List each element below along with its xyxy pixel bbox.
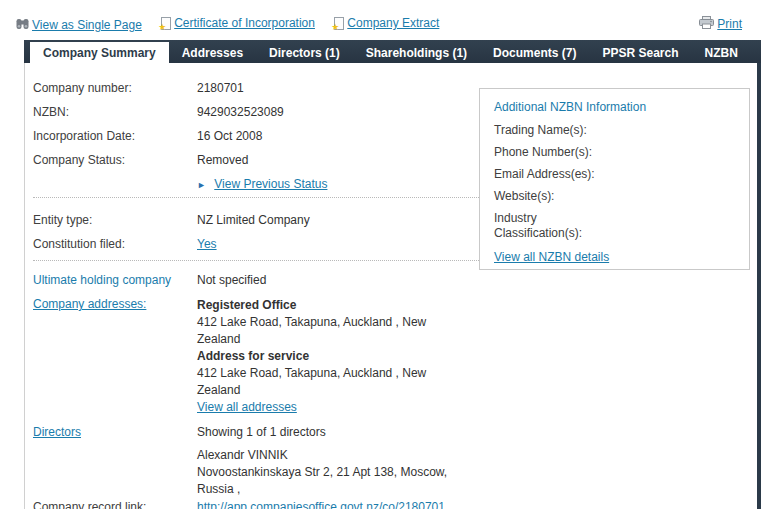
tab-bar: Company Summary Addresses Directors (1) … [24, 40, 761, 63]
company-record-link-row: Company record link: http://app.companie… [33, 500, 757, 509]
nzbn-panel: Additional NZBN Information Trading Name… [479, 88, 750, 270]
nzbn-label: NZBN: [33, 105, 197, 120]
expand-arrow-icon: ► [197, 180, 206, 190]
tab-nzbn[interactable]: NZBN [692, 42, 751, 63]
print-label: Print [717, 17, 742, 31]
ultimate-holding-company-row: Ultimate holding company Not specified [33, 273, 757, 288]
trading-names-label: Trading Name(s): [494, 123, 735, 138]
certificate-of-incorporation-label: Certificate of Incorporation [174, 16, 315, 30]
view-previous-status-link[interactable]: View Previous Status [214, 177, 327, 191]
email-addresses-label: Email Address(es): [494, 167, 735, 182]
company-summary-panel: Company number: 2180701 NZBN: 9429032523… [24, 63, 757, 509]
entity-type-label: Entity type: [33, 213, 197, 228]
directors-showing-text: Showing 1 of 1 directors [197, 425, 465, 440]
company-status-value: Removed [197, 153, 248, 168]
certificate-of-incorporation-link[interactable]: ★ Certificate of Incorporation [161, 16, 315, 30]
incorporation-date-label: Incorporation Date: [33, 129, 197, 144]
tab-documents[interactable]: Documents (7) [480, 42, 589, 63]
company-extract-label: Company Extract [347, 16, 439, 30]
tab-addresses[interactable]: Addresses [169, 42, 256, 63]
view-all-nzbn-details-link[interactable]: View all NZBN details [494, 250, 609, 264]
incorporation-date-value: 16 Oct 2008 [197, 129, 262, 144]
company-status-label: Company Status: [33, 153, 197, 168]
view-as-single-page-link[interactable]: View as Single Page [16, 18, 142, 33]
page-star-icon: ★ [161, 17, 171, 30]
registered-office-heading: Registered Office [197, 297, 465, 314]
nzbn-value: 9429032523089 [197, 105, 284, 120]
view-as-single-page-label: View as Single Page [32, 18, 142, 32]
page-edge-strip [757, 63, 761, 509]
address-for-service-address: 412 Lake Road, Takapuna, Auckland , New … [197, 365, 465, 399]
address-for-service-heading: Address for service [197, 348, 465, 365]
toolbar: View as Single Page ★ Certificate of Inc… [16, 16, 761, 34]
ultimate-holding-company-label[interactable]: Ultimate holding company [33, 273, 197, 288]
constitution-filed-link[interactable]: Yes [197, 237, 217, 251]
printer-icon [699, 16, 714, 32]
nzbn-panel-title: Additional NZBN Information [494, 100, 735, 115]
print-link[interactable]: Print [699, 16, 742, 32]
directors-row: Directors Showing 1 of 1 directors Alexa… [33, 425, 757, 498]
directors-link[interactable]: Directors [33, 425, 81, 439]
company-summary-page: View as Single Page ★ Certificate of Inc… [0, 0, 761, 509]
tab-directors[interactable]: Directors (1) [256, 42, 353, 63]
view-all-addresses-link[interactable]: View all addresses [197, 400, 297, 414]
websites-label: Website(s): [494, 189, 735, 204]
page-star-icon: ★ [334, 17, 344, 30]
company-addresses-link[interactable]: Company addresses: [33, 297, 146, 311]
industry-classification-label: Industry Classification(s): [494, 211, 735, 241]
company-addresses-row: Company addresses: Registered Office 412… [33, 297, 757, 416]
company-number-label: Company number: [33, 81, 197, 96]
tab-ppsr-search[interactable]: PPSR Search [589, 42, 691, 63]
company-number-value: 2180701 [197, 81, 244, 96]
tab-company-summary[interactable]: Company Summary [30, 42, 169, 63]
ultimate-holding-company-value: Not specified [197, 273, 266, 288]
director-name: Alexandr VINNIK [197, 447, 465, 464]
phone-numbers-label: Phone Number(s): [494, 145, 735, 160]
tab-shareholdings[interactable]: Shareholdings (1) [353, 42, 480, 63]
constitution-label: Constitution filed: [33, 237, 197, 252]
company-record-url-link[interactable]: http://app.companiesoffice.govt.nz/co/21… [197, 500, 445, 509]
company-extract-link[interactable]: ★ Company Extract [334, 16, 439, 30]
registered-office-address: 412 Lake Road, Takapuna, Auckland , New … [197, 314, 465, 348]
binoculars-icon [16, 18, 29, 33]
director-address: Novoostankinskaya Str 2, 21 Apt 138, Mos… [197, 464, 465, 498]
company-record-link-label: Company record link: [33, 500, 197, 509]
entity-type-value: NZ Limited Company [197, 213, 310, 228]
